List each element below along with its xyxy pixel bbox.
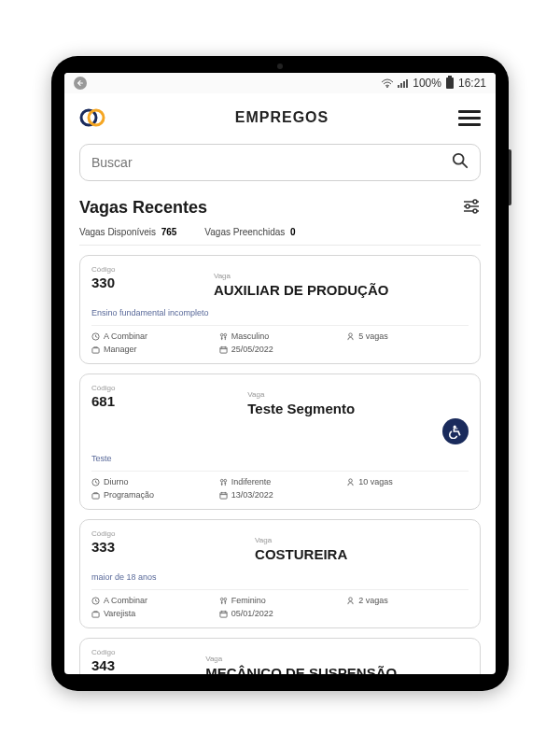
- battery-percent: 100%: [413, 77, 441, 90]
- available-count: 765: [161, 227, 177, 237]
- app-header: EMPREGOS: [64, 93, 496, 138]
- svg-point-39: [349, 597, 353, 600]
- job-vacancies: 10 vagas: [346, 477, 469, 486]
- job-gender: Indiferente: [219, 477, 342, 486]
- job-date: 25/05/2022: [219, 345, 342, 354]
- vaga-label: Vaga: [214, 272, 231, 280]
- svg-point-19: [224, 333, 227, 336]
- svg-point-14: [466, 204, 469, 208]
- svg-rect-41: [220, 611, 227, 616]
- vaga-label: Vaga: [205, 655, 222, 663]
- svg-point-26: [454, 426, 456, 429]
- search-input[interactable]: [91, 155, 452, 170]
- svg-rect-6: [446, 78, 454, 89]
- vaga-label: Vaga: [247, 390, 264, 399]
- svg-rect-32: [220, 492, 227, 498]
- code-label: Código: [91, 384, 115, 392]
- job-date: 05/01/2022: [219, 609, 342, 618]
- search-icon[interactable]: [452, 152, 469, 173]
- svg-point-18: [220, 333, 223, 336]
- svg-point-0: [386, 86, 388, 88]
- svg-rect-31: [92, 493, 99, 498]
- svg-rect-4: [406, 79, 408, 88]
- job-code: 681: [91, 393, 115, 409]
- status-bar: 100% 16:21: [64, 73, 496, 93]
- job-description: Ensino fundamental incompleto: [91, 308, 469, 317]
- svg-point-29: [224, 479, 227, 482]
- filled-count: 0: [290, 227, 296, 237]
- wifi-icon: [381, 78, 394, 88]
- job-shift: A Combinar: [91, 596, 214, 605]
- job-card[interactable]: Código 343 Vaga MECÂNICO DE SUSPENSÃO: [79, 638, 481, 674]
- job-card[interactable]: Código 681 Vaga Teste Segmento Teste Diu…: [79, 374, 481, 510]
- signal-icon: [398, 78, 409, 88]
- svg-rect-3: [403, 81, 405, 88]
- svg-point-20: [349, 332, 353, 336]
- filled-label: Vagas Preenchidas: [204, 227, 285, 237]
- job-shift: Diurno: [91, 477, 214, 486]
- search-box[interactable]: [79, 144, 481, 181]
- job-vacancies: 2 vagas: [346, 596, 469, 605]
- job-category: Manager: [91, 345, 214, 354]
- job-gender: Feminino: [219, 596, 342, 605]
- app-logo-icon[interactable]: [79, 105, 105, 131]
- job-title: MECÂNICO DE SUSPENSÃO: [205, 665, 397, 674]
- menu-button[interactable]: [458, 110, 481, 126]
- svg-rect-2: [400, 83, 402, 88]
- svg-point-12: [473, 200, 477, 204]
- page-title: EMPREGOS: [235, 109, 329, 126]
- job-title: AUXILIAR DE PRODUÇÃO: [214, 282, 389, 298]
- job-code: 333: [91, 539, 115, 555]
- job-description: maior de 18 anos: [91, 572, 469, 582]
- svg-point-9: [454, 154, 464, 164]
- vaga-label: Vaga: [255, 536, 272, 544]
- job-code: 343: [91, 657, 115, 673]
- job-shift: A Combinar: [91, 331, 214, 341]
- job-card[interactable]: Código 330 Vaga AUXILIAR DE PRODUÇÃO Ens…: [79, 255, 481, 364]
- job-code: 330: [91, 275, 115, 290]
- back-badge-icon[interactable]: [74, 77, 87, 90]
- svg-point-30: [349, 478, 353, 482]
- available-label: Vagas Disponíveis: [79, 227, 156, 237]
- section-title: Vagas Recentes: [79, 198, 207, 218]
- clock-time: 16:21: [458, 77, 486, 90]
- code-label: Código: [91, 265, 115, 274]
- job-title: COSTUREIRA: [255, 546, 347, 562]
- job-title: Teste Segmento: [247, 401, 355, 416]
- svg-point-16: [473, 209, 477, 213]
- svg-line-10: [463, 163, 468, 168]
- svg-rect-40: [92, 612, 99, 616]
- job-category: Programação: [91, 490, 214, 500]
- battery-icon: [445, 76, 455, 92]
- stats-row: Vagas Disponíveis 765 Vagas Preenchidas …: [79, 221, 481, 246]
- job-gender: Masculino: [219, 331, 342, 341]
- svg-rect-22: [220, 346, 227, 352]
- job-date: 13/03/2022: [219, 490, 342, 500]
- job-card[interactable]: Código 333 Vaga COSTUREIRA maior de 18 a…: [79, 519, 481, 628]
- svg-rect-1: [398, 85, 399, 88]
- filter-button[interactable]: [462, 199, 481, 218]
- svg-point-37: [220, 598, 223, 600]
- job-vacancies: 5 vagas: [346, 331, 469, 341]
- svg-point-38: [224, 598, 227, 600]
- svg-rect-5: [448, 76, 452, 78]
- code-label: Código: [91, 648, 115, 656]
- job-category: Varejista: [91, 609, 214, 618]
- job-description: Teste: [91, 454, 469, 463]
- svg-rect-21: [92, 347, 99, 352]
- svg-point-28: [220, 479, 223, 482]
- code-label: Código: [91, 529, 115, 538]
- accessibility-icon: [442, 418, 469, 444]
